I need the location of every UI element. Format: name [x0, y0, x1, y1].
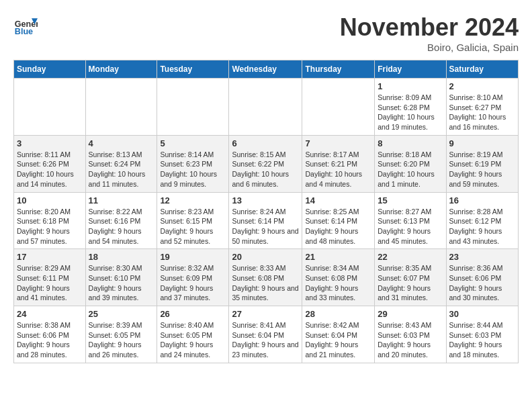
logo: General Blue: [13, 13, 38, 38]
day-number: 25: [89, 309, 154, 319]
calendar-cell: [157, 79, 229, 136]
calendar-cell: 12Sunrise: 8:23 AM Sunset: 6:15 PM Dayli…: [157, 192, 229, 249]
calendar-cell: [85, 79, 157, 136]
day-number: 22: [378, 252, 443, 262]
calendar-table: SundayMondayTuesdayWednesdayThursdayFrid…: [13, 60, 519, 363]
day-number: 7: [305, 138, 371, 148]
day-info: Sunrise: 8:40 AM Sunset: 6:05 PM Dayligh…: [160, 320, 226, 360]
day-number: 13: [232, 195, 299, 205]
day-info: Sunrise: 8:42 AM Sunset: 6:04 PM Dayligh…: [305, 320, 371, 360]
day-number: 17: [17, 252, 83, 262]
svg-text:Blue: Blue: [15, 27, 33, 36]
day-number: 3: [17, 138, 83, 148]
day-info: Sunrise: 8:10 AM Sunset: 6:27 PM Dayligh…: [449, 93, 515, 132]
calendar-cell: 24Sunrise: 8:38 AM Sunset: 6:06 PM Dayli…: [14, 306, 86, 363]
day-info: Sunrise: 8:11 AM Sunset: 6:26 PM Dayligh…: [17, 150, 83, 189]
location: Boiro, Galicia, Spain: [340, 42, 519, 53]
day-number: 2: [449, 81, 515, 91]
day-info: Sunrise: 8:35 AM Sunset: 6:07 PM Dayligh…: [378, 263, 443, 303]
day-number: 12: [160, 195, 226, 205]
day-info: Sunrise: 8:30 AM Sunset: 6:10 PM Dayligh…: [89, 263, 154, 303]
calendar-cell: 26Sunrise: 8:40 AM Sunset: 6:05 PM Dayli…: [157, 306, 229, 363]
day-info: Sunrise: 8:20 AM Sunset: 6:18 PM Dayligh…: [17, 207, 83, 246]
day-number: 9: [449, 138, 515, 148]
day-number: 23: [449, 252, 515, 262]
day-number: 30: [449, 309, 515, 319]
calendar-cell: 3Sunrise: 8:11 AM Sunset: 6:26 PM Daylig…: [14, 135, 86, 192]
calendar-cell: 17Sunrise: 8:29 AM Sunset: 6:11 PM Dayli…: [14, 249, 86, 306]
day-number: 11: [89, 195, 154, 205]
day-info: Sunrise: 8:09 AM Sunset: 6:28 PM Dayligh…: [378, 93, 443, 132]
calendar-week-row: 1Sunrise: 8:09 AM Sunset: 6:28 PM Daylig…: [14, 79, 519, 136]
calendar-cell: 21Sunrise: 8:34 AM Sunset: 6:08 PM Dayli…: [302, 249, 375, 306]
day-info: Sunrise: 8:33 AM Sunset: 6:08 PM Dayligh…: [232, 263, 299, 303]
calendar-cell: 28Sunrise: 8:42 AM Sunset: 6:04 PM Dayli…: [302, 306, 375, 363]
day-info: Sunrise: 8:44 AM Sunset: 6:03 PM Dayligh…: [449, 320, 515, 360]
day-info: Sunrise: 8:22 AM Sunset: 6:16 PM Dayligh…: [89, 207, 154, 246]
day-number: 26: [160, 309, 226, 319]
calendar-cell: [302, 79, 375, 136]
calendar-cell: 11Sunrise: 8:22 AM Sunset: 6:16 PM Dayli…: [85, 192, 157, 249]
calendar-cell: 27Sunrise: 8:41 AM Sunset: 6:04 PM Dayli…: [229, 306, 302, 363]
day-info: Sunrise: 8:24 AM Sunset: 6:14 PM Dayligh…: [232, 207, 299, 246]
day-info: Sunrise: 8:39 AM Sunset: 6:05 PM Dayligh…: [89, 320, 154, 360]
day-number: 4: [89, 138, 154, 148]
day-number: 10: [17, 195, 83, 205]
day-info: Sunrise: 8:19 AM Sunset: 6:19 PM Dayligh…: [449, 150, 515, 189]
day-info: Sunrise: 8:43 AM Sunset: 6:03 PM Dayligh…: [378, 320, 443, 360]
calendar-cell: 29Sunrise: 8:43 AM Sunset: 6:03 PM Dayli…: [375, 306, 446, 363]
calendar-cell: [229, 79, 302, 136]
calendar-cell: 4Sunrise: 8:13 AM Sunset: 6:24 PM Daylig…: [85, 135, 157, 192]
day-info: Sunrise: 8:18 AM Sunset: 6:20 PM Dayligh…: [378, 150, 443, 189]
weekday-header: Wednesday: [229, 60, 302, 79]
calendar-cell: 22Sunrise: 8:35 AM Sunset: 6:07 PM Dayli…: [375, 249, 446, 306]
calendar-cell: 16Sunrise: 8:28 AM Sunset: 6:12 PM Dayli…: [446, 192, 518, 249]
day-number: 20: [232, 252, 299, 262]
day-info: Sunrise: 8:36 AM Sunset: 6:06 PM Dayligh…: [449, 263, 515, 303]
day-number: 28: [305, 309, 371, 319]
weekday-header-row: SundayMondayTuesdayWednesdayThursdayFrid…: [14, 60, 519, 79]
day-number: 6: [232, 138, 299, 148]
calendar-cell: 18Sunrise: 8:30 AM Sunset: 6:10 PM Dayli…: [85, 249, 157, 306]
calendar-cell: 15Sunrise: 8:27 AM Sunset: 6:13 PM Dayli…: [375, 192, 446, 249]
weekday-header: Sunday: [14, 60, 86, 79]
day-info: Sunrise: 8:17 AM Sunset: 6:21 PM Dayligh…: [305, 150, 371, 189]
calendar-cell: 13Sunrise: 8:24 AM Sunset: 6:14 PM Dayli…: [229, 192, 302, 249]
calendar-cell: 20Sunrise: 8:33 AM Sunset: 6:08 PM Dayli…: [229, 249, 302, 306]
calendar-cell: 6Sunrise: 8:15 AM Sunset: 6:22 PM Daylig…: [229, 135, 302, 192]
month-title: November 2024: [340, 13, 519, 42]
day-info: Sunrise: 8:29 AM Sunset: 6:11 PM Dayligh…: [17, 263, 83, 303]
day-info: Sunrise: 8:41 AM Sunset: 6:04 PM Dayligh…: [232, 320, 299, 360]
day-number: 27: [232, 309, 299, 319]
day-number: 16: [449, 195, 515, 205]
weekday-header: Friday: [375, 60, 446, 79]
day-number: 15: [378, 195, 443, 205]
day-info: Sunrise: 8:14 AM Sunset: 6:23 PM Dayligh…: [160, 150, 226, 189]
day-number: 5: [160, 138, 226, 148]
calendar-cell: [14, 79, 86, 136]
day-info: Sunrise: 8:27 AM Sunset: 6:13 PM Dayligh…: [378, 207, 443, 246]
logo-icon: General Blue: [13, 13, 38, 38]
day-number: 29: [378, 309, 443, 319]
title-block: November 2024 Boiro, Galicia, Spain: [340, 13, 519, 53]
day-info: Sunrise: 8:25 AM Sunset: 6:14 PM Dayligh…: [305, 207, 371, 246]
day-info: Sunrise: 8:28 AM Sunset: 6:12 PM Dayligh…: [449, 207, 515, 246]
weekday-header: Monday: [85, 60, 157, 79]
day-number: 8: [378, 138, 443, 148]
calendar-cell: 2Sunrise: 8:10 AM Sunset: 6:27 PM Daylig…: [446, 79, 518, 136]
day-number: 18: [89, 252, 154, 262]
weekday-header: Tuesday: [157, 60, 229, 79]
calendar-cell: 19Sunrise: 8:32 AM Sunset: 6:09 PM Dayli…: [157, 249, 229, 306]
day-number: 1: [378, 81, 443, 91]
day-info: Sunrise: 8:13 AM Sunset: 6:24 PM Dayligh…: [89, 150, 154, 189]
calendar-cell: 7Sunrise: 8:17 AM Sunset: 6:21 PM Daylig…: [302, 135, 375, 192]
calendar-week-row: 10Sunrise: 8:20 AM Sunset: 6:18 PM Dayli…: [14, 192, 519, 249]
weekday-header: Thursday: [302, 60, 375, 79]
calendar-cell: 9Sunrise: 8:19 AM Sunset: 6:19 PM Daylig…: [446, 135, 518, 192]
day-number: 21: [305, 252, 371, 262]
calendar-cell: 5Sunrise: 8:14 AM Sunset: 6:23 PM Daylig…: [157, 135, 229, 192]
day-number: 19: [160, 252, 226, 262]
day-info: Sunrise: 8:15 AM Sunset: 6:22 PM Dayligh…: [232, 150, 299, 189]
calendar-cell: 8Sunrise: 8:18 AM Sunset: 6:20 PM Daylig…: [375, 135, 446, 192]
calendar-cell: 23Sunrise: 8:36 AM Sunset: 6:06 PM Dayli…: [446, 249, 518, 306]
